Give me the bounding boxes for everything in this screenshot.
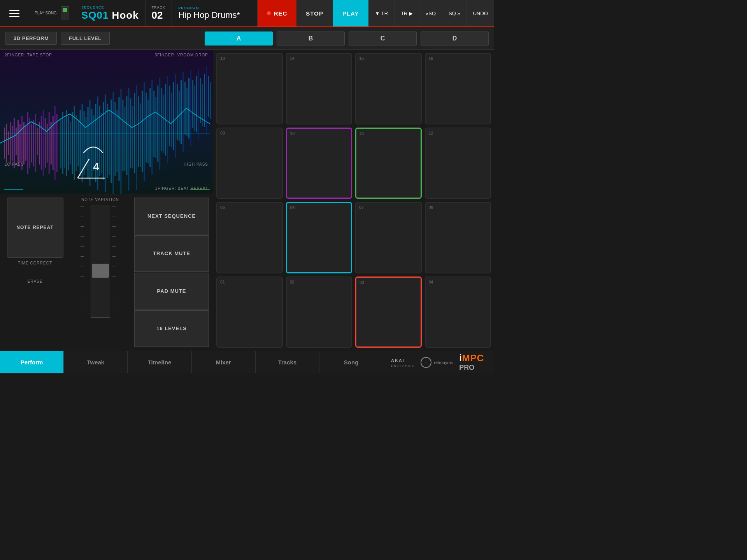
tr-down-button[interactable]: ▼ TR: [369, 0, 395, 26]
svg-rect-62: [126, 96, 127, 175]
svg-rect-75: [151, 80, 153, 175]
svg-rect-50: [103, 102, 104, 180]
svg-rect-35: [74, 106, 75, 180]
pad-15[interactable]: 15: [355, 53, 422, 124]
tr-right-button[interactable]: TR ▶: [395, 0, 419, 26]
svg-rect-23: [49, 112, 50, 174]
tab-timeline[interactable]: Timeline: [128, 351, 191, 373]
svg-rect-29: [62, 112, 63, 174]
svg-rect-72: [146, 93, 147, 163]
slider-handle[interactable]: [92, 264, 109, 278]
pad-cell-14: 14: [284, 51, 354, 126]
pad-03[interactable]: 03: [355, 276, 422, 348]
tab-song[interactable]: Song: [319, 351, 383, 373]
waveform-area[interactable]: 2FINGER: TAPE STOP 3FINGER: VROOM DROP L…: [0, 50, 213, 194]
rec-dot: [267, 11, 271, 15]
16-levels-button[interactable]: 16 LEVELS: [134, 310, 209, 347]
pad-cell-16: 16: [423, 51, 493, 126]
svg-rect-26: [54, 106, 56, 180]
pad-01[interactable]: 01: [216, 276, 283, 348]
undo-button[interactable]: UNDO: [467, 0, 494, 26]
tab-tweak[interactable]: Tweak: [64, 351, 128, 373]
pad-group-c[interactable]: C: [349, 32, 417, 46]
svg-rect-15: [33, 120, 34, 166]
pad-14[interactable]: 14: [286, 53, 352, 124]
waveform-svg: 4: [0, 50, 213, 194]
svg-rect-1: [6, 124, 7, 163]
tab-tracks[interactable]: Tracks: [256, 351, 319, 373]
pad-16[interactable]: 16: [425, 53, 491, 124]
next-sequence-button[interactable]: NEXT SEQUENCE: [134, 198, 209, 234]
pad-10[interactable]: 10: [286, 128, 352, 199]
note-variation-block: NOTE VARIATION: [70, 198, 130, 347]
full-level-button[interactable]: FULL LEVEL: [61, 32, 109, 45]
pad-08[interactable]: 08: [425, 202, 491, 273]
pad-cell-11: 11: [354, 126, 423, 201]
tab-mixer[interactable]: Mixer: [192, 351, 256, 373]
sq-left-button[interactable]: «SQ: [419, 0, 442, 26]
svg-rect-7: [18, 120, 19, 166]
pad-cell-13: 13: [215, 51, 284, 126]
akai-logo-svg: AKAI PROFESSIONAL: [391, 357, 414, 368]
track-number: 02: [152, 9, 166, 21]
controls-area: NOTE REPEAT TIME CORRECT ERASE NOTE VARI…: [0, 194, 213, 351]
pad-06[interactable]: 06: [286, 202, 352, 273]
pad-group-a[interactable]: A: [205, 32, 273, 46]
pad-mute-button[interactable]: PAD MUTE: [134, 273, 209, 310]
pad-num-13: 13: [220, 56, 225, 61]
pad-cell-03: 03: [354, 275, 423, 350]
pad-cell-04: 04: [423, 275, 493, 350]
pad-04[interactable]: 04: [425, 276, 491, 348]
pad-num-04: 04: [429, 280, 433, 284]
svg-rect-34: [72, 112, 73, 174]
pad-02[interactable]: 02: [286, 276, 352, 348]
pad-09[interactable]: 09: [216, 128, 283, 199]
track-section: TRACK 02: [146, 0, 172, 26]
sequence-name: SQ01 Hook: [81, 9, 139, 21]
play-song-section[interactable]: PLAY SONG: [29, 0, 75, 26]
pad-group-d[interactable]: D: [421, 32, 489, 46]
time-correct-label: TIME CORRECT: [18, 261, 52, 265]
rec-button[interactable]: REC: [258, 0, 297, 26]
pad-cell-15: 15: [354, 51, 423, 126]
svg-rect-33: [70, 122, 71, 164]
svg-rect-68: [138, 96, 139, 167]
svg-rect-54: [110, 100, 112, 183]
pad-num-11: 11: [359, 131, 364, 136]
svg-rect-102: [204, 74, 205, 127]
svg-rect-96: [192, 80, 193, 128]
play-button[interactable]: PLAY: [333, 0, 369, 26]
svg-rect-38: [80, 110, 81, 176]
track-mute-button[interactable]: TRACK MUTE: [134, 235, 209, 272]
svg-rect-20: [43, 110, 44, 176]
pad-num-10: 10: [290, 131, 295, 136]
pad-num-16: 16: [429, 56, 433, 61]
svg-rect-99: [198, 68, 199, 140]
stop-button[interactable]: STOP: [296, 0, 333, 26]
pad-05[interactable]: 05: [216, 202, 283, 273]
note-variation-slider[interactable]: [91, 205, 110, 318]
hamburger-menu[interactable]: [5, 10, 23, 17]
pad-num-01: 01: [220, 280, 225, 284]
pad-11[interactable]: 11: [355, 128, 422, 199]
svg-rect-3: [10, 122, 11, 164]
pad-num-14: 14: [290, 56, 295, 61]
pad-group-b[interactable]: B: [277, 32, 345, 46]
svg-rect-16: [35, 114, 36, 172]
svg-rect-32: [68, 116, 69, 170]
left-panel: 2FINGER: TAPE STOP 3FINGER: VROOM DROP L…: [0, 50, 213, 351]
pad-num-02: 02: [290, 280, 295, 284]
pad-12[interactable]: 12: [425, 128, 491, 199]
pad-13[interactable]: 13: [216, 53, 283, 124]
pad-cell-12: 12: [423, 126, 493, 201]
note-repeat-pad[interactable]: NOTE REPEAT: [7, 198, 63, 258]
svg-rect-31: [66, 110, 67, 176]
3d-perform-button[interactable]: 3D PERFORM: [5, 32, 57, 45]
svg-rect-92: [184, 82, 186, 135]
tab-perform[interactable]: Perform: [0, 351, 64, 373]
svg-rect-94: [188, 78, 189, 138]
hamburger-section[interactable]: [0, 0, 29, 26]
pad-07[interactable]: 07: [355, 202, 422, 273]
svg-text:4: 4: [93, 161, 100, 173]
sq-right-button[interactable]: SQ »: [442, 0, 467, 26]
